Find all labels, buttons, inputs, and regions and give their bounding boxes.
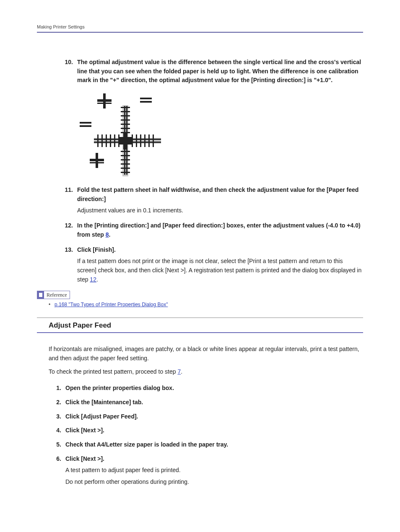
svg-rect-2 xyxy=(80,122,91,124)
section-title: Adjust Paper Feed xyxy=(37,321,363,333)
svg-rect-1 xyxy=(140,101,152,103)
svg-rect-27 xyxy=(126,150,127,175)
svg-rect-41 xyxy=(148,134,150,147)
svg-rect-31 xyxy=(97,134,99,147)
substep-4: Click [Next >]. xyxy=(49,426,363,435)
svg-rect-37 xyxy=(132,134,133,147)
reference-link[interactable]: p.168 "Two Types of Printer Properties D… xyxy=(55,302,168,307)
svg-rect-38 xyxy=(136,134,137,147)
reference-item: p.168 "Two Types of Printer Properties D… xyxy=(49,302,363,307)
substep-text: Click [Next >]. xyxy=(65,455,104,462)
substep-3: Click [Adjust Paper Feed]. xyxy=(49,412,363,421)
step-11: Fold the test pattern sheet in half widt… xyxy=(60,186,363,215)
svg-rect-34 xyxy=(110,134,111,147)
svg-rect-8 xyxy=(90,159,104,161)
substep-text: Check that A4/Letter size paper is loade… xyxy=(65,441,228,448)
step-12: In the [Printing direction:] and [Paper … xyxy=(60,221,363,239)
substep-body-1: A test pattern to adjust paper feed is p… xyxy=(65,466,363,475)
svg-rect-25 xyxy=(126,106,127,133)
step-10: The optimal adjustment value is the diff… xyxy=(60,58,363,178)
svg-rect-26 xyxy=(124,150,125,175)
step-body: If a test pattern does not print or the … xyxy=(77,257,363,284)
step-text-post: . xyxy=(109,231,110,238)
svg-rect-3 xyxy=(80,125,91,127)
svg-rect-40 xyxy=(144,134,145,147)
svg-rect-24 xyxy=(124,106,125,133)
top-rule xyxy=(37,32,363,33)
step-body-pre: If a test pattern does not print or the … xyxy=(77,258,361,282)
substep-2: Click the [Maintenance] tab. xyxy=(49,398,363,407)
substep-text: Click [Next >]. xyxy=(65,427,104,434)
running-header: Making Printer Settings xyxy=(37,24,363,29)
svg-rect-35 xyxy=(114,134,115,147)
svg-rect-33 xyxy=(106,134,107,147)
svg-rect-5 xyxy=(97,99,112,102)
svg-rect-42 xyxy=(153,134,154,147)
svg-rect-39 xyxy=(140,134,141,147)
reference-heading: Reference xyxy=(37,291,363,299)
substep-text: Open the printer properties dialog box. xyxy=(65,385,174,391)
reference-badge: Reference xyxy=(37,291,70,299)
substep-1: Open the printer properties dialog box. xyxy=(49,384,363,393)
reference-label: Reference xyxy=(44,292,70,299)
p2-pre: To check the printed test pattern, proce… xyxy=(49,368,177,375)
svg-rect-0 xyxy=(140,98,152,99)
substep-5: Check that A4/Letter size paper is loade… xyxy=(49,440,363,449)
svg-rect-6 xyxy=(97,103,112,104)
section-paragraph-2: To check the printed test pattern, proce… xyxy=(49,367,363,377)
reference-icon xyxy=(37,291,44,299)
step-text: The optimal adjustment value is the diff… xyxy=(77,59,361,83)
section-separator xyxy=(37,318,363,318)
step-13: Click [Finish]. If a test pattern does n… xyxy=(60,245,363,284)
substep-6: Click [Next >]. A test pattern to adjust… xyxy=(49,455,363,487)
section-paragraph-1: If horizontals are misaligned, images ar… xyxy=(49,345,363,363)
step-body-post: . xyxy=(96,276,98,283)
svg-rect-44 xyxy=(119,137,132,145)
substep-list: Open the printer properties dialog box. … xyxy=(49,384,363,487)
reference-list: p.168 "Two Types of Printer Properties D… xyxy=(49,302,363,307)
step-text: In the [Printing direction:] and [Paper … xyxy=(77,222,361,238)
substep-text: Click the [Maintenance] tab. xyxy=(65,399,143,405)
p2-post: . xyxy=(181,368,182,375)
step-text: Click [Finish]. xyxy=(77,246,116,253)
substep-text: Click [Adjust Paper Feed]. xyxy=(65,413,138,420)
step-body: Adjustment values are in 0.1 increments. xyxy=(77,206,363,215)
step-text-pre: In the [Printing direction:] and [Paper … xyxy=(77,222,361,238)
calibration-pattern-figure xyxy=(77,90,161,178)
svg-rect-32 xyxy=(101,134,103,147)
substep-body-2: Do not perform other operations during p… xyxy=(65,478,363,487)
step-link-12[interactable]: 12 xyxy=(90,276,96,283)
step-text: Fold the test pattern sheet in half widt… xyxy=(77,186,358,202)
svg-rect-9 xyxy=(90,162,104,163)
step-list-continued: The optimal adjustment value is the diff… xyxy=(60,58,363,284)
